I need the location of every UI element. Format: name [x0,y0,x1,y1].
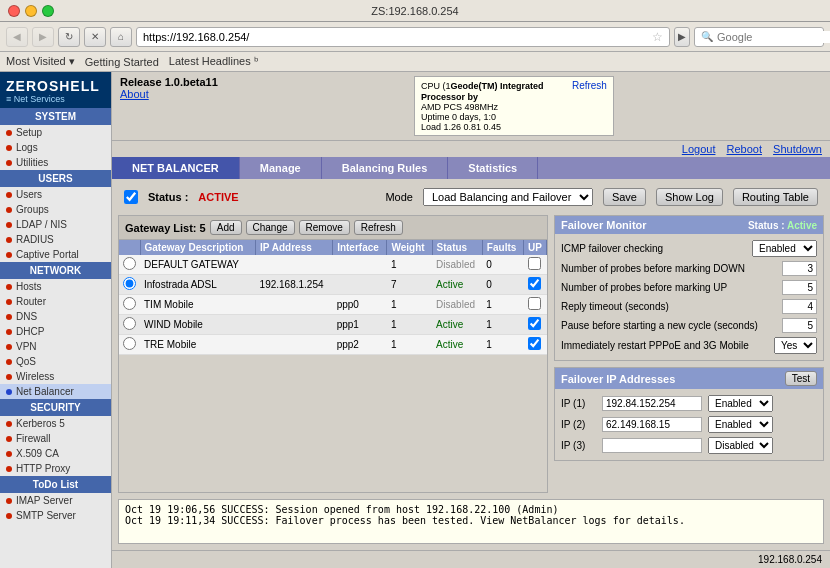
tab-net-balancer[interactable]: NET BALANCER [112,157,240,179]
dot-icon [6,237,12,243]
sidebar-item-groups[interactable]: Groups [0,202,111,217]
gateway-up-cell[interactable] [524,275,547,295]
dot-icon [6,314,12,320]
gateway-radio[interactable] [123,277,136,290]
mode-select[interactable]: Load Balancing and Failover Load Balanci… [423,188,593,206]
gateway-radio-cell[interactable] [119,315,140,335]
bookmark-getting-started[interactable]: Getting Started [85,56,159,68]
logo-area: ZEROSHELL ≡ Net Services [0,72,111,108]
sidebar-item-dns[interactable]: DNS [0,309,111,324]
failover-select-5[interactable]: YesNo [774,337,817,354]
go-button[interactable]: ▶ [674,27,690,47]
window-controls[interactable] [8,5,54,17]
gateway-up-checkbox[interactable] [528,337,541,350]
dot-icon [6,451,12,457]
sidebar-item-hosts[interactable]: Hosts [0,279,111,294]
failover-input-4[interactable] [782,318,817,333]
sidebar-item-kerberos[interactable]: Kerberos 5 [0,416,111,431]
close-button[interactable] [8,5,20,17]
gateway-faults: 1 [482,295,523,315]
sidebar-item-net-balancer[interactable]: Net Balancer [0,384,111,399]
gateway-radio[interactable] [123,337,136,350]
tab-balancing-rules[interactable]: Balancing Rules [322,157,449,179]
gateway-radio[interactable] [123,257,136,270]
table-row: Infostrada ADSL 192.168.1.254 7 Active 0 [119,275,547,295]
sidebar-section-users: USERS Users Groups LDAP / NIS RADIUS Cap… [0,170,111,262]
gateway-up-cell[interactable] [524,295,547,315]
sidebar-item-users[interactable]: Users [0,187,111,202]
gateway-radio-cell[interactable] [119,255,140,275]
remove-gateway-button[interactable]: Remove [299,220,350,235]
sidebar-item-wireless[interactable]: Wireless [0,369,111,384]
ip-input-1[interactable] [602,417,702,432]
save-button[interactable]: Save [603,188,646,206]
sidebar-item-http-proxy[interactable]: HTTP Proxy [0,461,111,476]
sidebar-item-router[interactable]: Router [0,294,111,309]
failover-select-0[interactable]: EnabledDisabled [752,240,817,257]
sidebar-item-dhcp[interactable]: DHCP [0,324,111,339]
ip-input-2[interactable] [602,438,702,453]
sidebar-item-qos[interactable]: QoS [0,354,111,369]
bookmark-latest-headlines[interactable]: Latest Headlines ᵇ [169,55,259,68]
sidebar-item-smtp[interactable]: SMTP Server [0,508,111,523]
add-gateway-button[interactable]: Add [210,220,242,235]
ip-status-select-2[interactable]: EnabledDisabled [708,437,773,454]
gateway-up-cell[interactable] [524,255,547,275]
bookmarks-bar: Most Visited ▾ Getting Started Latest He… [0,52,830,72]
show-log-button[interactable]: Show Log [656,188,723,206]
sidebar-item-logs[interactable]: Logs [0,140,111,155]
gateway-radio-cell[interactable] [119,275,140,295]
ip-status-select-1[interactable]: EnabledDisabled [708,416,773,433]
maximize-button[interactable] [42,5,54,17]
refresh-nav-button[interactable]: ↻ [58,27,80,47]
gateway-radio-cell[interactable] [119,335,140,355]
gateway-up-cell[interactable] [524,315,547,335]
sidebar-item-firewall[interactable]: Firewall [0,431,111,446]
gateway-up-checkbox[interactable] [528,297,541,310]
tab-statistics[interactable]: Statistics [448,157,538,179]
about-link[interactable]: About [120,88,149,100]
minimize-button[interactable] [25,5,37,17]
ip-status-select-0[interactable]: EnabledDisabled [708,395,773,412]
sidebar-item-captive-portal[interactable]: Captive Portal [0,247,111,262]
forward-button[interactable]: ▶ [32,27,54,47]
failover-input-1[interactable] [782,261,817,276]
gateway-radio-cell[interactable] [119,295,140,315]
sidebar-item-imap[interactable]: IMAP Server [0,493,111,508]
sidebar-item-setup[interactable]: Setup [0,125,111,140]
ip-input-0[interactable] [602,396,702,411]
refresh-gateway-button[interactable]: Refresh [354,220,403,235]
content-area: Status : ACTIVE Mode Load Balancing and … [112,179,830,550]
sidebar-item-ldap[interactable]: LDAP / NIS [0,217,111,232]
shutdown-link[interactable]: Shutdown [773,143,822,155]
bookmark-most-visited[interactable]: Most Visited ▾ [6,55,75,68]
home-button[interactable]: ⌂ [110,27,132,47]
gateway-up-cell[interactable] [524,335,547,355]
gateway-up-checkbox[interactable] [528,277,541,290]
address-input[interactable] [143,31,652,43]
gateway-radio[interactable] [123,297,136,310]
sidebar-item-vpn[interactable]: VPN [0,339,111,354]
gateway-up-checkbox[interactable] [528,257,541,270]
back-button[interactable]: ◀ [6,27,28,47]
routing-table-button[interactable]: Routing Table [733,188,818,206]
status-checkbox[interactable] [124,190,138,204]
tab-manage[interactable]: Manage [240,157,322,179]
test-button[interactable]: Test [785,371,817,386]
stop-button[interactable]: ✕ [84,27,106,47]
gateway-up-checkbox[interactable] [528,317,541,330]
change-gateway-button[interactable]: Change [246,220,295,235]
failover-input-3[interactable] [782,299,817,314]
col-weight: Weight [387,240,432,255]
refresh-link[interactable]: Refresh [572,80,607,91]
gateway-radio[interactable] [123,317,136,330]
bookmark-star-icon[interactable]: ☆ [652,30,663,44]
sidebar-item-utilities[interactable]: Utilities [0,155,111,170]
logout-link[interactable]: Logout [682,143,716,155]
sidebar-section-title-todo: ToDo List [0,476,111,493]
sidebar-item-radius[interactable]: RADIUS [0,232,111,247]
reboot-link[interactable]: Reboot [727,143,762,155]
search-input[interactable] [717,31,830,43]
sidebar-item-x509[interactable]: X.509 CA [0,446,111,461]
failover-input-2[interactable] [782,280,817,295]
